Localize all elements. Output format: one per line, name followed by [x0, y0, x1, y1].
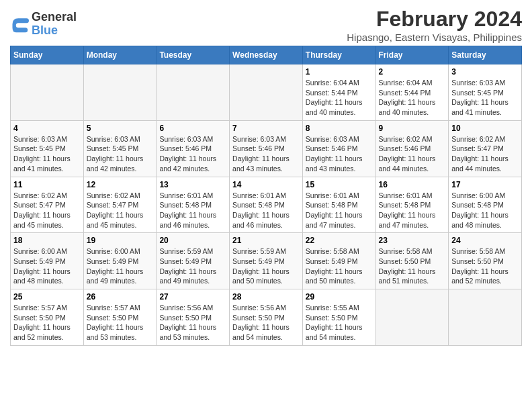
day-info: Sunrise: 6:03 AM Sunset: 5:45 PM Dayligh… [87, 134, 154, 174]
calendar-body: 1Sunrise: 6:04 AM Sunset: 5:44 PM Daylig… [11, 64, 522, 346]
day-info: Sunrise: 5:56 AM Sunset: 5:50 PM Dayligh… [232, 303, 300, 342]
calendar-cell: 10Sunrise: 6:02 AM Sunset: 5:47 PM Dayli… [449, 120, 522, 177]
day-info: Sunrise: 6:01 AM Sunset: 5:48 PM Dayligh… [159, 191, 226, 230]
logo-text: General Blue [32, 11, 77, 38]
calendar-cell: 28Sunrise: 5:56 AM Sunset: 5:50 PM Dayli… [230, 289, 303, 346]
day-number: 5 [87, 124, 154, 133]
calendar-cell: 12Sunrise: 6:02 AM Sunset: 5:47 PM Dayli… [83, 177, 157, 233]
title-block: February 2024 Hipasngo, Eastern Visayas,… [347, 7, 522, 43]
day-number: 1 [306, 67, 373, 77]
day-number: 19 [87, 236, 154, 245]
day-info: Sunrise: 6:03 AM Sunset: 5:46 PM Dayligh… [232, 134, 300, 174]
day-info: Sunrise: 5:59 AM Sunset: 5:49 PM Dayligh… [159, 246, 226, 286]
calendar-week-row: 25Sunrise: 5:57 AM Sunset: 5:50 PM Dayli… [11, 289, 522, 346]
day-header-thursday: Thursday [302, 46, 375, 64]
calendar-cell: 6Sunrise: 6:03 AM Sunset: 5:46 PM Daylig… [157, 120, 230, 177]
day-number: 17 [451, 180, 519, 189]
day-number: 20 [159, 236, 226, 245]
day-number: 28 [232, 292, 300, 302]
calendar-cell: 20Sunrise: 5:59 AM Sunset: 5:49 PM Dayli… [157, 233, 230, 289]
calendar-header-row: SundayMondayTuesdayWednesdayThursdayFrid… [11, 46, 522, 64]
day-number: 2 [379, 67, 446, 77]
day-info: Sunrise: 6:02 AM Sunset: 5:47 PM Dayligh… [13, 191, 81, 230]
page-header: General Blue February 2024 Hipasngo, Eas… [10, 7, 522, 43]
calendar-subtitle: Hipasngo, Eastern Visayas, Philippines [347, 32, 522, 43]
calendar-cell: 14Sunrise: 6:01 AM Sunset: 5:48 PM Dayli… [230, 177, 303, 233]
day-header-tuesday: Tuesday [157, 46, 230, 64]
calendar-cell [230, 64, 303, 121]
calendar-cell: 2Sunrise: 6:04 AM Sunset: 5:44 PM Daylig… [375, 64, 449, 121]
calendar-cell: 26Sunrise: 5:57 AM Sunset: 5:50 PM Dayli… [83, 289, 157, 346]
calendar-cell [375, 289, 449, 346]
calendar-cell: 17Sunrise: 6:00 AM Sunset: 5:48 PM Dayli… [449, 177, 522, 233]
day-info: Sunrise: 6:02 AM Sunset: 5:47 PM Dayligh… [451, 134, 519, 174]
day-number: 13 [159, 180, 226, 189]
day-info: Sunrise: 6:01 AM Sunset: 5:48 PM Dayligh… [306, 191, 373, 230]
day-info: Sunrise: 6:00 AM Sunset: 5:48 PM Dayligh… [451, 191, 519, 230]
day-number: 25 [13, 292, 81, 302]
day-number: 9 [379, 124, 446, 133]
day-info: Sunrise: 5:58 AM Sunset: 5:50 PM Dayligh… [379, 246, 446, 286]
app-logo: General Blue [10, 11, 77, 38]
day-number: 15 [306, 180, 373, 189]
day-number: 18 [13, 236, 81, 245]
day-info: Sunrise: 6:02 AM Sunset: 5:47 PM Dayligh… [87, 191, 154, 230]
calendar-cell: 4Sunrise: 6:03 AM Sunset: 5:45 PM Daylig… [11, 120, 84, 177]
day-info: Sunrise: 6:01 AM Sunset: 5:48 PM Dayligh… [232, 191, 300, 230]
day-number: 6 [159, 124, 226, 133]
calendar-cell: 23Sunrise: 5:58 AM Sunset: 5:50 PM Dayli… [375, 233, 449, 289]
calendar-cell: 18Sunrise: 6:00 AM Sunset: 5:49 PM Dayli… [11, 233, 84, 289]
calendar-cell: 25Sunrise: 5:57 AM Sunset: 5:50 PM Dayli… [11, 289, 84, 346]
day-info: Sunrise: 6:03 AM Sunset: 5:45 PM Dayligh… [451, 78, 519, 118]
calendar-cell: 19Sunrise: 6:00 AM Sunset: 5:49 PM Dayli… [83, 233, 157, 289]
day-number: 23 [379, 236, 446, 245]
day-info: Sunrise: 6:01 AM Sunset: 5:48 PM Dayligh… [379, 191, 446, 230]
calendar-cell [11, 64, 84, 121]
calendar-cell: 9Sunrise: 6:02 AM Sunset: 5:46 PM Daylig… [375, 120, 449, 177]
calendar-cell [157, 64, 230, 121]
logo-icon [10, 15, 29, 34]
calendar-week-row: 1Sunrise: 6:04 AM Sunset: 5:44 PM Daylig… [11, 64, 522, 121]
calendar-cell: 29Sunrise: 5:55 AM Sunset: 5:50 PM Dayli… [302, 289, 375, 346]
day-header-wednesday: Wednesday [230, 46, 303, 64]
calendar-cell: 1Sunrise: 6:04 AM Sunset: 5:44 PM Daylig… [302, 64, 375, 121]
calendar-cell: 13Sunrise: 6:01 AM Sunset: 5:48 PM Dayli… [157, 177, 230, 233]
calendar-cell [449, 289, 522, 346]
day-number: 21 [232, 236, 300, 245]
calendar-week-row: 18Sunrise: 6:00 AM Sunset: 5:49 PM Dayli… [11, 233, 522, 289]
day-number: 8 [306, 124, 373, 133]
day-number: 26 [87, 292, 154, 302]
calendar-cell: 8Sunrise: 6:03 AM Sunset: 5:46 PM Daylig… [302, 120, 375, 177]
day-info: Sunrise: 5:57 AM Sunset: 5:50 PM Dayligh… [87, 303, 154, 342]
calendar-cell: 21Sunrise: 5:59 AM Sunset: 5:49 PM Dayli… [230, 233, 303, 289]
day-header-saturday: Saturday [449, 46, 522, 64]
calendar-week-row: 4Sunrise: 6:03 AM Sunset: 5:45 PM Daylig… [11, 120, 522, 177]
day-number: 27 [159, 292, 226, 302]
day-number: 22 [306, 236, 373, 245]
calendar-table: SundayMondayTuesdayWednesdayThursdayFrid… [10, 46, 522, 346]
day-number: 10 [451, 124, 519, 133]
day-number: 11 [13, 180, 81, 189]
day-header-friday: Friday [375, 46, 449, 64]
day-info: Sunrise: 6:00 AM Sunset: 5:49 PM Dayligh… [13, 246, 81, 286]
calendar-title: February 2024 [347, 7, 522, 32]
day-info: Sunrise: 6:03 AM Sunset: 5:46 PM Dayligh… [306, 134, 373, 174]
day-header-sunday: Sunday [11, 46, 84, 64]
calendar-cell: 16Sunrise: 6:01 AM Sunset: 5:48 PM Dayli… [375, 177, 449, 233]
day-number: 14 [232, 180, 300, 189]
day-number: 7 [232, 124, 300, 133]
day-header-monday: Monday [83, 46, 157, 64]
calendar-cell [83, 64, 157, 121]
day-info: Sunrise: 5:57 AM Sunset: 5:50 PM Dayligh… [13, 303, 81, 342]
day-number: 29 [306, 292, 373, 302]
calendar-cell: 24Sunrise: 5:58 AM Sunset: 5:50 PM Dayli… [449, 233, 522, 289]
day-info: Sunrise: 6:00 AM Sunset: 5:49 PM Dayligh… [87, 246, 154, 286]
day-info: Sunrise: 6:04 AM Sunset: 5:44 PM Dayligh… [306, 78, 373, 118]
day-info: Sunrise: 5:55 AM Sunset: 5:50 PM Dayligh… [306, 303, 373, 342]
calendar-cell: 3Sunrise: 6:03 AM Sunset: 5:45 PM Daylig… [449, 64, 522, 121]
day-number: 4 [13, 124, 81, 133]
day-number: 16 [379, 180, 446, 189]
calendar-cell: 15Sunrise: 6:01 AM Sunset: 5:48 PM Dayli… [302, 177, 375, 233]
day-info: Sunrise: 6:03 AM Sunset: 5:46 PM Dayligh… [159, 134, 226, 174]
day-info: Sunrise: 5:56 AM Sunset: 5:50 PM Dayligh… [159, 303, 226, 342]
